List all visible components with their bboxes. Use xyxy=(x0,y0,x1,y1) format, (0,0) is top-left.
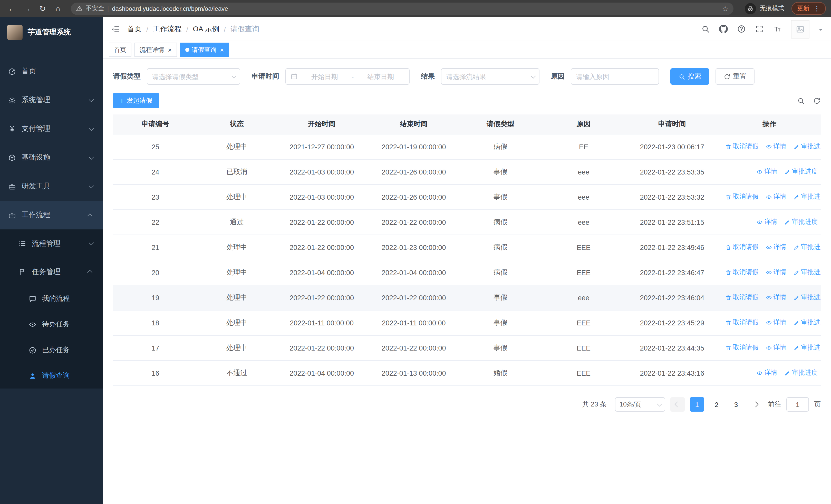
github-icon[interactable] xyxy=(719,25,728,33)
table-row[interactable]: 18 处理中 2022-01-11 00:00:00 2022-01-11 00… xyxy=(113,310,821,335)
prev-page-button[interactable] xyxy=(670,397,685,412)
search-button[interactable]: 搜索 xyxy=(670,68,709,85)
update-label[interactable]: 更新 xyxy=(797,4,809,13)
detail-link[interactable]: 详情 xyxy=(766,243,786,252)
cancel-leave-link[interactable]: 取消请假 xyxy=(725,319,758,327)
tab-leave-query[interactable]: 请假查询 × xyxy=(180,42,229,57)
bookmark-star-icon[interactable]: ☆ xyxy=(722,4,728,12)
table-row[interactable]: 19 处理中 2022-01-22 00:00:00 2022-01-22 00… xyxy=(113,285,821,310)
back-icon[interactable]: ← xyxy=(5,2,19,15)
sidebar-item[interactable]: 基础设施 xyxy=(0,143,103,172)
next-page-button[interactable] xyxy=(748,397,763,412)
detail-link[interactable]: 详情 xyxy=(756,369,777,378)
close-icon[interactable]: × xyxy=(220,47,224,53)
reason-input[interactable] xyxy=(576,72,654,80)
page-button-1[interactable]: 1 xyxy=(690,397,704,412)
sidebar-item[interactable]: 首页 xyxy=(0,57,103,86)
approval-progress-link[interactable]: 审批进度 xyxy=(793,193,821,202)
detail-link[interactable]: 详情 xyxy=(756,168,777,176)
leave-type-value[interactable] xyxy=(152,72,228,80)
table-row[interactable]: 20 处理中 2022-01-04 00:00:00 2022-01-04 00… xyxy=(113,260,821,285)
leave-type-select[interactable] xyxy=(147,68,240,85)
approval-progress-link[interactable]: 审批进度 xyxy=(793,344,821,352)
menu-fold-icon[interactable] xyxy=(111,24,120,34)
detail-link[interactable]: 详情 xyxy=(766,319,786,327)
approval-progress-link[interactable]: 审批进度 xyxy=(793,319,821,327)
approval-progress-link[interactable]: 审批进度 xyxy=(793,243,821,252)
sidebar-item[interactable]: 任务管理 xyxy=(0,258,103,286)
url-text[interactable]: dashboard.yudao.iocoder.cn/bpm/oa/leave xyxy=(112,5,719,12)
detail-link[interactable]: 详情 xyxy=(766,193,786,202)
sidebar-item[interactable]: 已办任务 xyxy=(0,337,103,363)
sidebar-item[interactable]: 请假查询 xyxy=(0,363,103,388)
cancel-leave-link[interactable]: 取消请假 xyxy=(725,243,758,252)
breadcrumb-item[interactable]: 首页 xyxy=(127,24,142,34)
cancel-leave-link[interactable]: 取消请假 xyxy=(725,293,758,302)
apply-time-range[interactable]: - xyxy=(285,68,409,85)
leave-type-label: 请假类型 xyxy=(113,72,147,81)
font-size-icon[interactable] xyxy=(773,25,782,33)
table-row[interactable]: 21 处理中 2022-01-22 00:00:00 2022-01-23 00… xyxy=(113,235,821,260)
tab-home[interactable]: 首页 xyxy=(109,42,132,57)
cell-end: 2022-01-04 00:00:00 xyxy=(368,260,460,285)
page-button-2[interactable]: 2 xyxy=(709,397,724,412)
breadcrumb-item[interactable]: 工作流程 xyxy=(153,24,182,34)
browser-menu-icon[interactable]: ⋮ xyxy=(813,5,820,12)
table-row[interactable]: 25 处理中 2021-12-27 00:00:00 2022-01-19 00… xyxy=(113,134,821,159)
end-date-input[interactable] xyxy=(357,72,404,80)
table-row[interactable]: 23 处理中 2022-01-03 00:00:00 2022-01-26 00… xyxy=(113,184,821,210)
avatar[interactable] xyxy=(791,20,809,38)
sidebar-item[interactable]: 研发工具 xyxy=(0,172,103,201)
approval-progress-link[interactable]: 审批进度 xyxy=(784,369,818,378)
table-row[interactable]: 24 已取消 2022-01-03 00:00:00 2022-01-26 00… xyxy=(113,159,821,184)
table-row[interactable]: 17 处理中 2022-01-22 00:00:00 2022-01-22 00… xyxy=(113,335,821,360)
approval-progress-link[interactable]: 审批进度 xyxy=(793,293,821,302)
question-icon[interactable] xyxy=(737,25,746,33)
cancel-leave-link[interactable]: 取消请假 xyxy=(725,268,758,277)
start-date-input[interactable] xyxy=(301,72,348,80)
reload-icon[interactable]: ↻ xyxy=(36,2,49,15)
address-bar[interactable]: 不安全 | dashboard.yudao.iocoder.cn/bpm/oa/… xyxy=(71,2,734,14)
result-select[interactable] xyxy=(441,68,540,85)
detail-link[interactable]: 详情 xyxy=(766,268,786,277)
table-row[interactable]: 22 通过 2022-01-22 00:00:00 2022-01-22 00:… xyxy=(113,210,821,235)
cancel-leave-link[interactable]: 取消请假 xyxy=(725,193,758,202)
sidebar-item[interactable]: 待办任务 xyxy=(0,312,103,337)
tab-process-detail[interactable]: 流程详情 × xyxy=(135,42,177,57)
update-button[interactable]: 更新 ⋮ xyxy=(792,2,826,15)
page-button-3[interactable]: 3 xyxy=(729,397,743,412)
sidebar-item[interactable]: 支付管理 xyxy=(0,114,103,143)
logo[interactable]: 芋道管理系统 xyxy=(0,17,103,48)
reset-button[interactable]: 重置 xyxy=(716,68,754,85)
result-value[interactable] xyxy=(446,72,528,80)
cancel-leave-link[interactable]: 取消请假 xyxy=(725,344,758,352)
forward-icon[interactable]: → xyxy=(21,2,34,15)
detail-link[interactable]: 详情 xyxy=(766,293,786,302)
detail-link[interactable]: 详情 xyxy=(756,218,777,227)
table-row[interactable]: 16 不通过 2022-01-04 00:00:00 2022-01-13 00… xyxy=(113,360,821,386)
page-size-select[interactable]: 10条/页 xyxy=(615,397,665,412)
goto-page-input[interactable] xyxy=(786,397,809,412)
sidebar-item[interactable]: 我的流程 xyxy=(0,286,103,312)
close-icon[interactable]: × xyxy=(168,47,172,53)
refresh-icon[interactable] xyxy=(813,97,821,105)
search-icon[interactable] xyxy=(701,25,710,33)
detail-link[interactable]: 详情 xyxy=(766,142,786,151)
approval-progress-link[interactable]: 审批进度 xyxy=(793,142,821,151)
security-label[interactable]: 不安全 xyxy=(86,4,104,13)
chevron-down-icon[interactable] xyxy=(819,28,823,33)
reason-input-box[interactable] xyxy=(571,68,659,85)
fullscreen-icon[interactable] xyxy=(755,25,764,33)
create-leave-button[interactable]: + 发起请假 xyxy=(113,93,159,108)
search-icon[interactable] xyxy=(797,97,805,105)
cancel-leave-link[interactable]: 取消请假 xyxy=(725,142,758,151)
breadcrumb-item[interactable]: OA 示例 xyxy=(193,24,220,34)
sidebar-item[interactable]: 系统管理 xyxy=(0,86,103,114)
approval-progress-link[interactable]: 审批进度 xyxy=(793,268,821,277)
sidebar-item[interactable]: 流程管理 xyxy=(0,230,103,258)
detail-link[interactable]: 详情 xyxy=(766,344,786,352)
sidebar-item[interactable]: 工作流程 xyxy=(0,201,103,230)
approval-progress-link[interactable]: 审批进度 xyxy=(784,218,818,227)
home-icon[interactable]: ⌂ xyxy=(51,2,65,15)
approval-progress-link[interactable]: 审批进度 xyxy=(784,168,818,176)
